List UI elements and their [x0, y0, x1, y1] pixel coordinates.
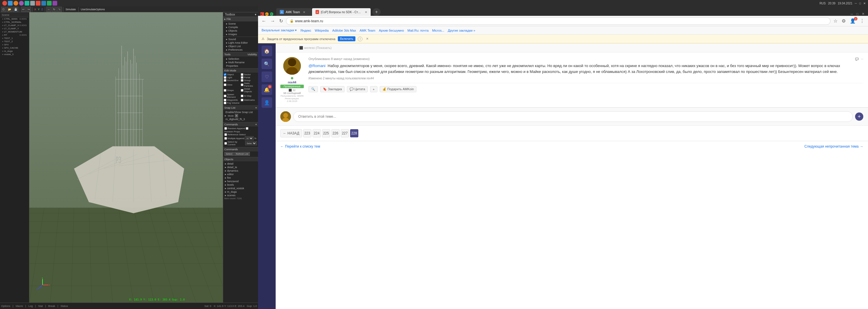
simulate-btn[interactable]: Simulate: [64, 8, 77, 11]
sidebar-icon-bell[interactable]: 🔔 3: [261, 84, 272, 95]
scene-item-lt-clamp-y[interactable]: ▸LT_CLAMP_Y: [1, 27, 28, 30]
bookmark-other[interactable]: Другие закладки »: [446, 28, 476, 33]
sidebar-icon-search[interactable]: 🔍: [261, 59, 272, 69]
obj-henzavod[interactable]: ▸ henzavod: [224, 179, 257, 183]
menu-light-area[interactable]: ▸ Light Area Editor: [225, 41, 256, 44]
footer-amkcoin-btn[interactable]: 💰 Подарить AMKoin: [380, 86, 417, 92]
footer-plus-btn[interactable]: +: [370, 86, 377, 92]
obj-editor[interactable]: ▸ editor: [224, 173, 257, 176]
commands-toggle[interactable]: ▾: [255, 123, 257, 126]
scene-item-mduga[interactable]: ▸m_duga: [1, 49, 28, 53]
obj-detail-te[interactable]: ▸ detail_te: [224, 166, 257, 169]
next-unread-btn[interactable]: Следующая непрочитанная тема →: [804, 144, 863, 148]
bookmark-3dsmax[interactable]: Adilobe 3ds Max: [331, 28, 357, 33]
status-stat[interactable]: Stat: [38, 305, 43, 308]
status-break[interactable]: Break: [48, 305, 55, 308]
em-sector-cb[interactable]: [241, 73, 243, 76]
em-shape-cb[interactable]: [224, 89, 226, 92]
snap-toggle[interactable]: ▾: [255, 106, 257, 109]
em-waypoints[interactable]: Waypoints: [224, 99, 241, 101]
em-sector[interactable]: Sector: [241, 73, 257, 76]
sidebar-icon-profile[interactable]: 👤: [261, 97, 272, 108]
em-light[interactable]: Light: [224, 76, 241, 79]
file-menu-header[interactable]: ▸ File: [223, 17, 258, 22]
em-portal-cb[interactable]: [241, 76, 243, 79]
bookmark-yandex[interactable]: Яндекс: [299, 28, 312, 33]
menu-btn[interactable]: ⋮: [859, 18, 866, 24]
url-bar[interactable]: 🔒 www.amk-team.ru: [286, 17, 831, 25]
bookmark-visual[interactable]: Визуальные закладки ▾: [260, 28, 298, 33]
em-glow[interactable]: Glow: [224, 82, 241, 87]
window-maximize[interactable]: □: [859, 2, 861, 5]
em-spawn-element[interactable]: Spawn Element: [224, 93, 241, 98]
obj-levels[interactable]: ▸ levels: [224, 183, 257, 186]
move-btn[interactable]: ↔: [46, 7, 51, 12]
sidebar-icon-heart[interactable]: ♡: [261, 71, 272, 82]
em-glow-cb[interactable]: [224, 83, 226, 86]
menu-images[interactable]: ▸ Images: [225, 33, 256, 36]
random-props-cb[interactable]: [246, 127, 248, 130]
bookmark-archive[interactable]: Архив бесшумно: [378, 28, 405, 33]
em-ai-cb[interactable]: [241, 95, 243, 97]
footer-bookmark-btn[interactable]: 🔖 Закладка: [320, 86, 345, 92]
select-button[interactable]: Select: [224, 152, 234, 156]
forward-btn[interactable]: →: [269, 18, 276, 24]
browser-minimize[interactable]: ─: [265, 12, 269, 16]
undo-btn[interactable]: ↩: [21, 7, 26, 12]
scene-item-lt-clamp-x[interactable]: ▸LT_CLAMP_X 0.0DIS: [1, 24, 28, 27]
em-group-cb[interactable]: [241, 79, 243, 82]
page-228[interactable]: 228: [350, 129, 358, 137]
status-options[interactable]: Options: [1, 305, 10, 308]
em-sp-cb[interactable]: [241, 83, 243, 86]
toolbox-toggle[interactable]: ▾: [255, 13, 256, 16]
scene-item-ctrl-main[interactable]: ▸CTRL_MAIN 0.0DIS: [1, 17, 28, 21]
em-ai-map[interactable]: AI Map: [241, 93, 257, 98]
em-se-cb[interactable]: [224, 95, 226, 97]
sidebar-icon-home[interactable]: 🏠: [261, 46, 272, 56]
browser-restore-btn[interactable]: □: [855, 12, 860, 16]
scene-item-ctrl-normal[interactable]: ▸CTRL_NORMAL: [1, 21, 28, 24]
new-btn[interactable]: 🗋: [1, 7, 6, 12]
tab-close-amk[interactable]: ✕: [303, 10, 305, 14]
menu-object-list[interactable]: ▸ Object List: [225, 44, 256, 48]
browser-close[interactable]: ×: [260, 12, 264, 16]
em-light-cb[interactable]: [224, 76, 226, 79]
bookmark-microsoft[interactable]: Micros...: [431, 28, 446, 33]
menu-preferences[interactable]: ▸ Preferences: [225, 48, 256, 52]
em-fog-volume[interactable]: Fog Volume: [224, 102, 241, 104]
refresh-btn[interactable]: ↻: [278, 18, 284, 24]
account-btn[interactable]: 👤 3: [849, 18, 857, 24]
menu-scene[interactable]: ▸ Scene: [225, 22, 256, 26]
em-group[interactable]: Group: [241, 79, 257, 82]
page-226[interactable]: 226: [331, 129, 340, 137]
tool-selection[interactable]: ▸ Selection: [225, 57, 256, 61]
tab-amk[interactable]: A AMK Team ✕: [276, 8, 311, 16]
browser-maximize[interactable]: □: [270, 12, 273, 16]
footer-search-btn[interactable]: 🔍: [309, 86, 318, 92]
scene-item-test1[interactable]: ▸TEST_1: [1, 37, 28, 40]
security-enable-btn[interactable]: Включить: [338, 36, 356, 41]
obj-mduga[interactable]: ▸ m_duga: [224, 190, 257, 194]
obj-central-vostok[interactable]: ▸ central_vostok: [224, 186, 257, 190]
menu-sound[interactable]: ▸ Sound: [225, 37, 256, 41]
status-log[interactable]: Log: [28, 305, 33, 308]
scene-item-sfx-cache[interactable]: ▸SFX_CACHE: [1, 46, 28, 49]
random-append-cb[interactable]: [224, 127, 227, 130]
bookmark-btn[interactable]: ☆: [832, 18, 839, 24]
page-224[interactable]: 224: [313, 129, 321, 137]
security-info-icon[interactable]: i: [358, 37, 363, 41]
tab-close-sdk[interactable]: ✕: [365, 10, 367, 14]
snap-enable[interactable]: Enable/Show Snap List: [224, 110, 257, 114]
em-object-cb[interactable]: [224, 73, 226, 76]
append-count-select[interactable]: 100: [245, 136, 254, 140]
redo-btn[interactable]: ↪: [26, 7, 31, 12]
iron-link[interactable]: ⬛ железо (Показать): [299, 46, 332, 49]
em-detail-objects[interactable]: Detail Objects: [241, 88, 257, 93]
em-sound-env[interactable]: Sound Env: [224, 79, 241, 82]
page-225[interactable]: 225: [322, 129, 330, 137]
page-prev-btn[interactable]: ← НАЗАД: [280, 129, 302, 137]
select-by-current-cb[interactable]: [224, 142, 227, 145]
em-do-cb[interactable]: [241, 89, 243, 92]
em-fv-cb[interactable]: [224, 102, 226, 104]
viewport-3d[interactable]: P3 X Y Z X: 141.9 Y: 113.0 E: 203.4: [29, 12, 223, 303]
